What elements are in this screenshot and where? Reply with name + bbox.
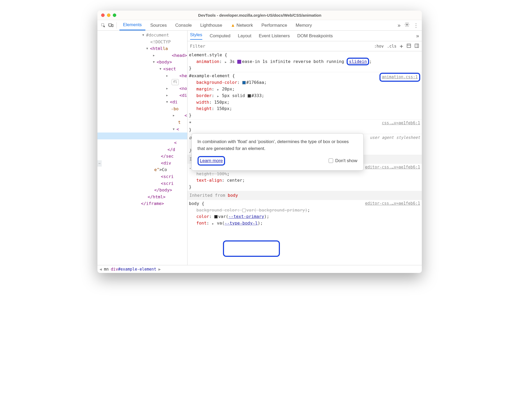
learn-more-link[interactable]: Learn more bbox=[200, 158, 223, 163]
dom-heading[interactable]: <he bbox=[97, 72, 187, 79]
minimize-window-icon[interactable] bbox=[107, 13, 110, 17]
dom-body[interactable]: <body> bbox=[97, 59, 187, 66]
dom-close-child[interactable]: < bbox=[97, 139, 187, 146]
zoom-window-icon[interactable] bbox=[113, 13, 116, 17]
source-link-editor-css[interactable]: editor-css.…v=ae1feb6:1 bbox=[365, 164, 420, 170]
subtab-dom-breakpoints[interactable]: DOM Breakpoints bbox=[297, 33, 333, 39]
color-swatch-icon[interactable] bbox=[242, 81, 246, 84]
window-titlebar: DevTools - developer.mozilla.org/en-US/d… bbox=[97, 11, 422, 20]
cls-button[interactable]: .cls bbox=[387, 44, 396, 49]
checkbox-icon[interactable] bbox=[329, 158, 333, 163]
tab-network[interactable]: ▲ Network bbox=[227, 21, 257, 30]
color-swatch-icon[interactable] bbox=[248, 94, 251, 98]
breadcrumb-bar: ◀ mn div#example-element ▶ bbox=[97, 265, 422, 273]
subtab-styles[interactable]: Styles bbox=[190, 32, 202, 40]
dom-attr-bo[interactable]: -bo bbox=[97, 106, 187, 112]
svg-point-4 bbox=[406, 24, 408, 25]
source-user-agent: user agent stylesheet bbox=[370, 135, 420, 141]
styles-filter-input[interactable] bbox=[187, 41, 372, 51]
dom-close-body[interactable]: </body> bbox=[97, 187, 187, 194]
svg-rect-3 bbox=[112, 24, 113, 26]
tab-sources[interactable]: Sources bbox=[146, 21, 170, 30]
dom-head[interactable]: <head> bbox=[97, 52, 187, 59]
dom-node[interactable]: #document bbox=[97, 32, 187, 39]
dom-attr-e[interactable]: e">Co bbox=[97, 166, 187, 173]
dom-close-html[interactable]: </html> bbox=[97, 194, 187, 200]
inherited-header-body: Inherited from body bbox=[187, 191, 422, 200]
gutter-marker: ⋯ bbox=[97, 160, 102, 167]
dom-open-child[interactable]: < bbox=[97, 126, 187, 133]
dom-close-di[interactable]: </d bbox=[97, 146, 187, 153]
device-toggle-icon[interactable] bbox=[108, 22, 114, 29]
breadcrumb-item-selected[interactable]: div#example-element bbox=[111, 267, 156, 272]
toggle-sidebar-icon[interactable] bbox=[414, 43, 419, 49]
dom-selected[interactable] bbox=[97, 133, 187, 139]
dom-script-1[interactable]: <scri bbox=[97, 173, 187, 180]
dom-close-sec[interactable]: </sec bbox=[97, 153, 187, 160]
computed-styles-icon[interactable] bbox=[406, 43, 411, 49]
property-tooltip: In combination with 'float' and 'positio… bbox=[191, 133, 364, 171]
source-link-css[interactable]: css.…v=ae1feb6:1 bbox=[382, 120, 420, 126]
svg-rect-7 bbox=[415, 44, 419, 48]
tab-memory[interactable]: Memory bbox=[292, 21, 316, 30]
tooltip-text: In combination with 'float' and 'positio… bbox=[198, 138, 357, 152]
settings-icon[interactable] bbox=[404, 22, 410, 29]
rule-body[interactable]: editor-css.…v=ae1feb6:1 body { backgroun… bbox=[187, 200, 422, 227]
dom-child[interactable]: < bbox=[97, 112, 187, 119]
dom-close-iframe[interactable]: </iframe> bbox=[97, 200, 187, 207]
more-tabs-icon[interactable]: » bbox=[397, 22, 400, 28]
dom-html[interactable]: <html la bbox=[97, 45, 187, 52]
styles-filter-bar: :hov .cls + bbox=[187, 41, 422, 51]
tab-console[interactable]: Console bbox=[172, 21, 195, 30]
dom-div-1[interactable]: <di bbox=[97, 92, 187, 99]
dom-text[interactable]: t bbox=[97, 119, 187, 126]
elements-tree-panel: ⋯ #document <!DOCTYP <html la <head> <bo… bbox=[97, 31, 187, 265]
rule-element-style[interactable]: element.style { animation: 3s ease-in 1s… bbox=[187, 51, 422, 72]
styles-rules-list: element.style { animation: 3s ease-in 1s… bbox=[187, 51, 422, 265]
rule-example-element[interactable]: animation.css:1 #example-element { backg… bbox=[187, 72, 422, 120]
tab-lighthouse[interactable]: Lighthouse bbox=[196, 21, 226, 30]
dom-noscript[interactable]: <no bbox=[97, 85, 187, 92]
animation-name-link[interactable]: slidein bbox=[349, 59, 367, 64]
dom-badge[interactable]: fl bbox=[97, 79, 187, 85]
close-window-icon[interactable] bbox=[101, 13, 105, 17]
kebab-menu-icon[interactable]: ⋮ bbox=[413, 22, 419, 29]
tab-performance[interactable]: Performance bbox=[258, 21, 291, 30]
highlight-box-vars bbox=[223, 240, 280, 257]
svg-rect-5 bbox=[407, 44, 411, 48]
warning-icon: ▲ bbox=[231, 23, 235, 28]
hov-button[interactable]: :hov bbox=[374, 44, 384, 49]
dom-div-class[interactable]: <div bbox=[97, 160, 187, 167]
window-title: DevTools - developer.mozilla.org/en-US/d… bbox=[116, 13, 418, 17]
dom-doctype[interactable]: <!DOCTYP bbox=[97, 39, 187, 45]
more-subtabs-icon[interactable]: » bbox=[416, 33, 419, 39]
new-rule-icon[interactable]: + bbox=[400, 43, 403, 49]
subtab-event-listeners[interactable]: Event Listeners bbox=[259, 33, 290, 39]
easing-icon[interactable] bbox=[237, 60, 241, 64]
color-swatch-icon[interactable] bbox=[214, 215, 218, 218]
inspect-icon[interactable] bbox=[100, 22, 106, 29]
breadcrumb-prev-icon[interactable]: ◀ bbox=[100, 267, 102, 272]
dont-show-checkbox[interactable]: Don't show bbox=[329, 157, 357, 164]
source-link-editor-css-2[interactable]: editor-css.…v=ae1feb6:1 bbox=[365, 200, 420, 207]
breadcrumb-item[interactable]: mn bbox=[104, 267, 109, 272]
rule-universal[interactable]: css.…v=ae1feb6:1 * } bbox=[187, 120, 422, 134]
source-link-animation-css[interactable]: animation.css:1 bbox=[379, 73, 420, 81]
breadcrumb-next-icon[interactable]: ▶ bbox=[158, 267, 161, 272]
subtab-layout[interactable]: Layout bbox=[238, 33, 251, 39]
dom-section[interactable]: <sect bbox=[97, 66, 187, 72]
tab-elements[interactable]: Elements bbox=[119, 20, 146, 30]
dom-script-2[interactable]: <scri bbox=[97, 180, 187, 187]
dom-div-2[interactable]: <di bbox=[97, 99, 187, 106]
styles-panel: Styles Computed Layout Event Listeners D… bbox=[187, 31, 422, 265]
styles-subtabs: Styles Computed Layout Event Listeners D… bbox=[187, 31, 422, 41]
svg-rect-1 bbox=[108, 24, 111, 26]
subtab-computed[interactable]: Computed bbox=[210, 33, 230, 39]
main-toolbar: Elements Sources Console Lighthouse ▲ Ne… bbox=[97, 20, 422, 31]
traffic-lights bbox=[101, 13, 116, 17]
